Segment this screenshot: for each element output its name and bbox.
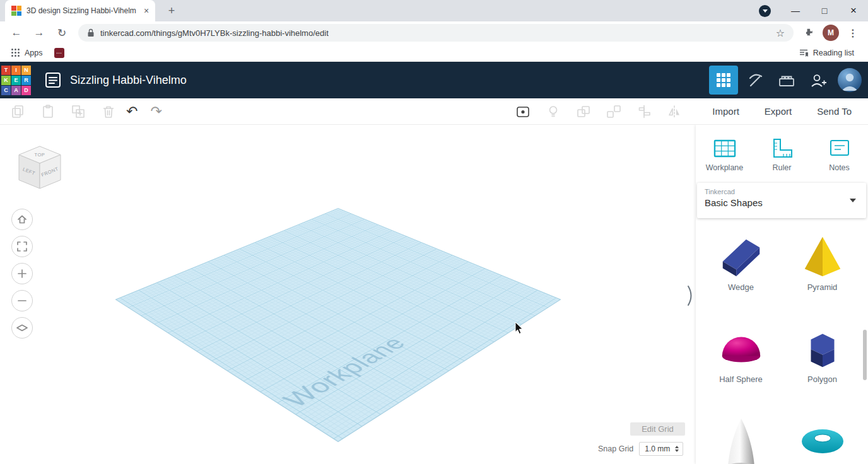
logo-letter: E xyxy=(11,76,21,85)
ruler-tool[interactable]: Ruler xyxy=(753,137,811,172)
zoom-in-button[interactable] xyxy=(11,263,33,284)
viewport[interactable]: Workplane TOP LEFT FRONT Edit Grid Snap … xyxy=(0,125,868,464)
url-text: tinkercad.com/things/gMtv0H7LYBk-sizzlin… xyxy=(100,28,329,38)
apps-label[interactable]: Apps xyxy=(25,49,43,57)
show-all-icon[interactable] xyxy=(515,104,531,119)
design-title: Sizzling Habbi-Vihelmo xyxy=(70,74,187,87)
fit-view-button[interactable] xyxy=(11,236,33,257)
align-icon[interactable] xyxy=(636,104,652,119)
paste-icon[interactable] xyxy=(40,104,56,119)
shape-category-dropdown[interactable]: Tinkercad Basic Shapes xyxy=(697,183,866,218)
snap-grid-select[interactable]: 1.0 mm xyxy=(639,442,683,456)
view-controls xyxy=(11,209,33,339)
half-sphere-icon xyxy=(716,324,766,373)
shape-label: Polygon xyxy=(782,374,863,384)
tab-close-icon[interactable]: × xyxy=(141,6,151,16)
notes-tool[interactable]: Notes xyxy=(811,137,868,172)
shape-pyramid[interactable]: Pyramid xyxy=(782,232,863,294)
zoom-out-button[interactable] xyxy=(11,290,33,311)
shapes-panel: Workplane Ruler Notes Tinkercad Basic Sh… xyxy=(696,125,868,464)
browser-profile-avatar[interactable]: M xyxy=(823,25,839,41)
apps-grid-icon[interactable] xyxy=(11,49,20,57)
export-button[interactable]: Export xyxy=(757,102,799,120)
design-menu-icon[interactable] xyxy=(45,72,61,88)
tinkercad-favicon-icon xyxy=(11,6,21,16)
delete-icon[interactable] xyxy=(101,104,116,119)
category-kicker: Tinkercad xyxy=(705,188,859,195)
reading-list-label: Reading list xyxy=(813,49,854,57)
import-button[interactable]: Import xyxy=(705,102,747,120)
workplane-icon xyxy=(712,137,737,160)
view-cube[interactable]: TOP LEFT FRONT xyxy=(13,142,67,193)
shape-label: Pyramid xyxy=(782,282,863,292)
browser-menu-icon[interactable]: ⋮ xyxy=(848,27,858,39)
workplane-watermark: Workplane xyxy=(277,334,413,412)
shape-torus[interactable] xyxy=(782,416,863,464)
mirror-icon[interactable] xyxy=(667,104,682,119)
header-actions xyxy=(708,62,868,98)
window-controls: — □ × xyxy=(759,0,868,21)
snap-grid-value: 1.0 mm xyxy=(645,444,670,453)
group-icon[interactable] xyxy=(576,104,591,119)
snap-grid-control: Snap Grid 1.0 mm xyxy=(598,442,683,456)
workplane-grid[interactable]: Workplane xyxy=(115,208,561,442)
new-tab-button[interactable]: + xyxy=(164,4,179,19)
redo-button[interactable]: ↷ xyxy=(150,104,161,119)
perspective-toggle-button[interactable] xyxy=(11,317,33,339)
browser-tab[interactable]: 3D design Sizzling Habbi-Vihelm × xyxy=(5,0,155,21)
panel-tools-row: Workplane Ruler Notes xyxy=(696,137,868,172)
ungroup-icon[interactable] xyxy=(606,104,621,119)
close-button[interactable]: × xyxy=(839,0,868,21)
edit-grid-button[interactable]: Edit Grid xyxy=(630,422,685,436)
clipboard-group xyxy=(10,104,116,119)
shape-polygon[interactable]: Polygon xyxy=(782,324,863,386)
back-button[interactable]: ← xyxy=(8,26,25,39)
panel-scrollbar[interactable] xyxy=(863,330,867,380)
duplicate-icon[interactable] xyxy=(71,104,86,119)
bookmark-favicon[interactable]: ⋯ xyxy=(54,48,64,58)
polygon-icon xyxy=(797,324,848,373)
logo-letter: D xyxy=(21,86,31,95)
tab-title: 3D design Sizzling Habbi-Vihelm xyxy=(26,6,138,15)
transfer-buttons: Import Export Send To xyxy=(695,102,859,120)
caret-down-icon xyxy=(763,9,768,13)
logo-letter: C xyxy=(1,86,11,95)
maximize-button[interactable]: □ xyxy=(810,0,839,21)
browser-tab-strip: 3D design Sizzling Habbi-Vihelm × + — □ … xyxy=(0,0,868,21)
logo-letter: I xyxy=(11,66,21,75)
panel-collapse-chevron[interactable] xyxy=(686,284,695,307)
minimize-button[interactable]: — xyxy=(781,0,810,21)
blocks-mode-button[interactable] xyxy=(739,62,771,98)
material-lightbulb-icon[interactable] xyxy=(546,104,561,119)
bricks-mode-button[interactable] xyxy=(771,62,802,98)
forward-button[interactable]: → xyxy=(31,26,47,39)
shape-paraboloid[interactable] xyxy=(700,416,782,464)
torus-icon xyxy=(797,424,848,461)
mouse-cursor xyxy=(515,322,524,335)
address-bar[interactable]: tinkercad.com/things/gMtv0H7LYBk-sizzlin… xyxy=(78,24,794,42)
tab-search-icon[interactable] xyxy=(759,5,771,17)
view-3d-button[interactable] xyxy=(708,62,739,98)
shape-half-sphere[interactable]: Half Sphere xyxy=(700,324,782,386)
reload-button[interactable]: ↻ xyxy=(54,26,70,40)
viewcube-top-label[interactable]: TOP xyxy=(35,152,45,158)
reading-list-button[interactable]: Reading list xyxy=(799,49,854,57)
bookmark-star-icon[interactable]: ☆ xyxy=(776,27,785,39)
browser-navbar: ← → ↻ tinkercad.com/things/gMtv0H7LYBk-s… xyxy=(0,21,868,44)
send-to-button[interactable]: Send To xyxy=(809,102,859,120)
shape-wedge[interactable]: Wedge xyxy=(700,232,782,294)
editor-toolbar: ↶ ↷ Import Export Send To xyxy=(0,98,868,125)
collaborate-button[interactable] xyxy=(802,62,834,98)
copy-icon[interactable] xyxy=(10,104,25,119)
extensions-puzzle-icon[interactable] xyxy=(802,26,815,39)
spinner-icon[interactable] xyxy=(675,446,679,452)
home-view-button[interactable] xyxy=(11,209,33,230)
undo-button[interactable]: ↶ xyxy=(126,104,138,119)
avatar-silhouette-icon xyxy=(838,68,862,92)
user-avatar[interactable] xyxy=(838,68,862,92)
workplane-tool[interactable]: Workplane xyxy=(696,137,753,172)
ruler-tool-label: Ruler xyxy=(753,163,811,172)
workplane-tool-label: Workplane xyxy=(696,163,753,172)
pyramid-icon xyxy=(797,232,848,281)
tinkercad-logo[interactable]: T I N K E R C A D xyxy=(1,66,31,95)
